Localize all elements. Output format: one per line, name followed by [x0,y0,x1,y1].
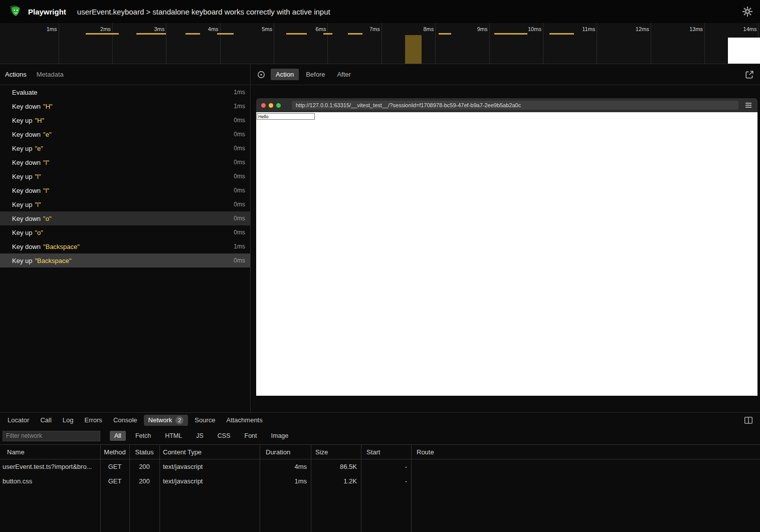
action-key-value: "H" [35,117,44,124]
timeline-selected-range[interactable] [405,35,422,64]
network-cell-status: 200 [129,463,159,470]
network-cell-content_type: text/javascript [159,477,260,485]
filter-chip-html[interactable]: HTML [160,431,186,441]
timeline-gridline [651,23,651,64]
action-title: Key up [12,229,32,236]
action-row[interactable]: Key up"o"0ms [0,225,250,239]
trace-viewer: Playwright userEvent.keyboard > standalo… [0,0,760,532]
column-header-status: Status [129,448,159,456]
filter-chip-all[interactable]: All [110,431,126,441]
tab-log[interactable]: Log [58,415,78,425]
pick-locator-target-icon[interactable] [257,70,266,79]
left-tabbar: ActionsMetadata [0,64,250,85]
action-key-value: "e" [43,131,51,138]
network-type-filters: AllFetchHTMLJSCSSFontImage [110,431,293,441]
page-snapshot [256,112,757,396]
action-row[interactable]: Key down"l"0ms [0,183,250,197]
timeline-screenshot-thumbnail[interactable] [728,38,760,64]
action-row[interactable]: Key down"H"1ms [0,99,250,113]
network-table-header: NameMethodStatusContent TypeDurationSize… [0,445,760,459]
tab-actions[interactable]: Actions [5,71,27,78]
timeline-tick-label: 1ms [27,26,57,32]
traffic-light-green-icon [276,103,281,108]
right-tabs: ActionBeforeAfter [271,69,356,80]
network-cell-duration: 4ms [260,463,311,470]
action-title: Key down [12,159,41,166]
timeline-gridline [274,23,274,64]
action-key-value: "l" [35,201,41,208]
column-header-method: Method [100,448,129,456]
toggle-layout-panes-icon[interactable] [744,416,753,425]
action-row[interactable]: Key up"l"0ms [0,169,250,183]
tab-errors[interactable]: Errors [80,415,106,425]
timeline[interactable]: 1ms2ms3ms4ms5ms6ms7ms8ms9ms10ms11ms12ms1… [0,23,760,64]
tab-label: Attachments [226,416,262,424]
network-cell-duration: 1ms [260,477,311,485]
timeline-tick-label: 4ms [188,26,219,32]
tab-action[interactable]: Action [271,69,299,80]
tab-call[interactable]: Call [36,415,56,425]
settings-gear-icon[interactable] [742,6,753,17]
action-row[interactable]: Key up"l"0ms [0,197,250,211]
action-title: Key down [12,103,41,110]
action-row[interactable]: Key up"e"0ms [0,141,250,155]
actions-list: Evaluate1msKey down"H"1msKey up"H"0msKey… [0,85,250,412]
timeline-gridline [166,23,166,64]
action-row[interactable]: Key down"Backspace"1ms [0,239,250,253]
action-duration: 0ms [234,187,245,194]
action-title: Key up [12,173,32,180]
action-row[interactable]: Key down"l"0ms [0,155,250,169]
column-header-content_type: Content Type [159,448,260,456]
network-cell-name: button.css [0,477,100,485]
action-duration: 0ms [234,201,245,208]
filter-chip-js[interactable]: JS [192,431,208,441]
page-text-input[interactable] [257,113,315,120]
filter-chip-css[interactable]: CSS [213,431,235,441]
tab-attachments[interactable]: Attachments [222,415,267,425]
tab-after[interactable]: After [332,69,355,80]
filter-chip-fetch[interactable]: Fetch [131,431,155,441]
tab-label: Locator [8,416,29,424]
action-row[interactable]: Key up"Backspace"0ms [0,253,250,268]
timeline-gridline [382,23,382,64]
filter-chip-font[interactable]: Font [240,431,262,441]
snapshot-panel: ActionBeforeAfter http://127.0.0.1:63315… [251,64,760,412]
network-cell-method: GET [100,477,129,485]
action-duration: 0ms [234,173,245,180]
timeline-action-mark [217,33,234,35]
column-header-route: Route [411,448,760,456]
timeline-tick-label: 14ms [726,26,756,32]
timeline-tick-label: 11ms [565,26,595,32]
action-row[interactable]: Key up"H"0ms [0,113,250,127]
network-request-row[interactable]: userEvent.test.ts?import&bro...GET200tex… [0,459,760,474]
tab-metadata[interactable]: Metadata [37,71,64,78]
tab-label: Source [195,416,215,424]
tab-console[interactable]: Console [109,415,142,425]
traffic-light-red-icon [261,103,266,108]
tab-before[interactable]: Before [301,69,330,80]
network-cell-content_type: text/javascript [159,463,260,470]
network-request-row[interactable]: button.cssGET200text/javascript1ms1.2K- [0,474,760,488]
bottom-tabs-container: LocatorCallLogErrorsConsoleNetwork2Sourc… [3,415,267,426]
timeline-tick-label: 12ms [619,26,649,32]
action-duration: 1ms [234,89,245,96]
tab-network[interactable]: Network2 [144,415,188,426]
browser-chrome: http://127.0.0.1:63315/__vitest_test__/?… [256,98,757,112]
actions-panel: ActionsMetadata Evaluate1msKey down"H"1m… [0,64,251,412]
tab-source[interactable]: Source [190,415,220,425]
action-row[interactable]: Key down"e"0ms [0,127,250,141]
timeline-gridline [220,23,221,64]
action-duration: 0ms [234,257,245,264]
filter-chip-image[interactable]: Image [267,431,293,441]
filter-network-input[interactable] [3,431,100,441]
timeline-action-mark [348,33,362,35]
action-row[interactable]: Evaluate1ms [0,85,250,99]
timeline-gridline [597,23,597,64]
action-title: Evaluate [12,89,38,96]
network-cell-status: 200 [129,477,159,485]
column-header-duration: Duration [260,448,311,456]
browser-menu-icon [744,101,752,109]
tab-locator[interactable]: Locator [3,415,34,425]
action-row[interactable]: Key down"o"0ms [0,211,250,225]
open-snapshot-external-icon[interactable] [745,70,754,79]
